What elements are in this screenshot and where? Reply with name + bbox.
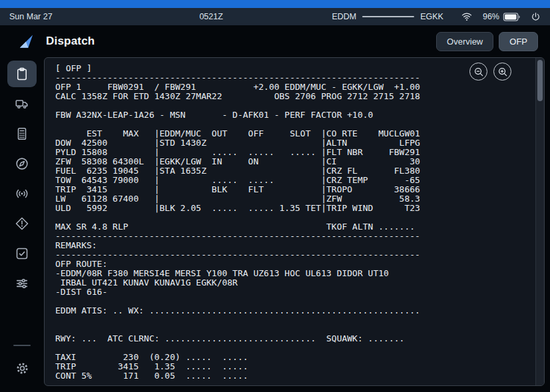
- sidebar-item-ground-services[interactable]: [7, 91, 37, 117]
- scrollbar-thumb[interactable]: [537, 60, 543, 101]
- content-area: [ OFP ] --------------------------------…: [0, 57, 550, 392]
- zoom-out-icon: [473, 67, 484, 77]
- checklist-icon: [15, 246, 29, 261]
- gear-icon: [15, 361, 29, 375]
- wifi-icon: [461, 12, 473, 22]
- zoom-in-icon: [497, 67, 508, 77]
- scrollbar[interactable]: [535, 58, 544, 385]
- sidebar-item-alerts[interactable]: [7, 210, 37, 237]
- zoom-in-button[interactable]: [493, 63, 511, 81]
- sidebar-item-navigation[interactable]: [7, 150, 37, 177]
- sidebar-bottom: [7, 345, 37, 381]
- app-screen: Sun Mar 27 0521Z EDDM EGKK 96%: [0, 0, 550, 392]
- sidebar-item-preferences[interactable]: [7, 270, 37, 297]
- sliders-icon: [15, 276, 29, 291]
- flight-progress: EDDM EGKK: [332, 12, 443, 21]
- sidebar: [0, 57, 44, 392]
- sidebar-item-dispatch[interactable]: [7, 61, 37, 87]
- origin-airport-code: EDDM: [332, 12, 356, 21]
- system-accent-strip: [0, 0, 550, 8]
- status-bar: Sun Mar 27 0521Z EDDM EGKK 96%: [0, 8, 550, 25]
- battery-icon: [503, 13, 521, 21]
- tab-ofp[interactable]: OFP: [499, 32, 538, 51]
- compass-icon: [15, 156, 29, 171]
- clipboard-icon: [15, 67, 29, 81]
- page-header: Dispatch Overview OFP: [0, 25, 550, 57]
- app-logo: [17, 33, 35, 51]
- sidebar-item-comms[interactable]: [7, 180, 37, 207]
- ofp-document-panel[interactable]: [ OFP ] --------------------------------…: [44, 57, 545, 386]
- flight-progress-line: [362, 16, 414, 17]
- status-date: Sun Mar 27: [9, 12, 53, 21]
- sidebar-item-checklist[interactable]: [7, 240, 37, 267]
- tab-overview[interactable]: Overview: [436, 32, 493, 51]
- view-tabs: Overview OFP: [436, 32, 538, 51]
- page-title: Dispatch: [46, 35, 95, 48]
- battery-indicator: 96%: [483, 12, 521, 21]
- sidebar-item-calculator[interactable]: [7, 120, 37, 147]
- power-icon[interactable]: [531, 12, 541, 22]
- truck-icon: [15, 97, 29, 111]
- zoom-out-button[interactable]: [469, 63, 487, 81]
- warning-diamond-icon: [15, 216, 29, 231]
- status-time: 0521Z: [199, 12, 222, 21]
- ofp-text: [ OFP ] --------------------------------…: [55, 64, 420, 381]
- battery-percent: 96%: [483, 12, 499, 21]
- calculator-icon: [15, 126, 29, 141]
- sidebar-item-settings[interactable]: [7, 355, 37, 381]
- zoom-controls: [469, 63, 511, 81]
- broadcast-icon: [15, 186, 29, 201]
- sidebar-divider: [13, 345, 31, 346]
- destination-airport-code: EGKK: [420, 12, 443, 21]
